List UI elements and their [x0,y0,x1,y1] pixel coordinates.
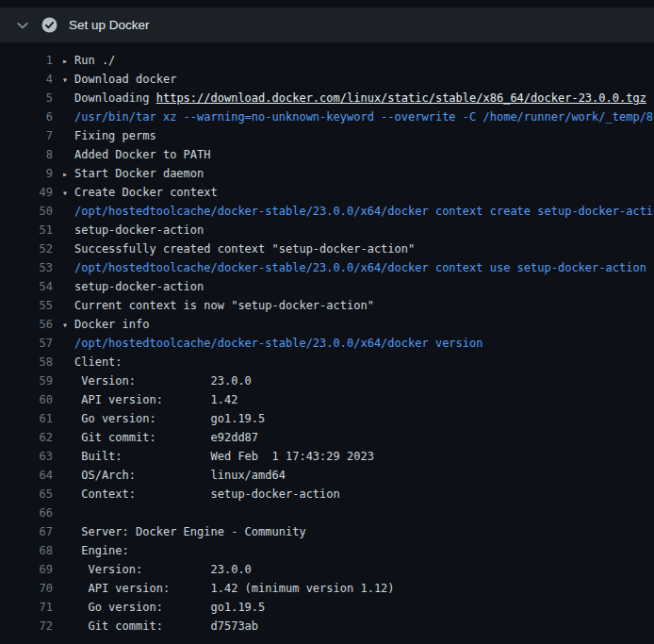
line-number[interactable]: 53 [8,258,53,277]
line-content: Git commit: e92dd87 [62,428,654,447]
line-number[interactable]: 62 [8,428,53,447]
line-number[interactable]: 72 [8,617,53,636]
log-line: 51setup-docker-action [8,221,654,239]
log-line: 66 [8,504,654,522]
log-line: 60 API version: 1.42 [8,390,654,409]
log-line: 70 API version: 1.42 (minimum version 1.… [8,579,654,598]
line-content [62,504,654,522]
line-content: Built: Wed Feb 1 17:43:29 2023 [62,447,654,466]
line-content: API version: 1.42 (minimum version 1.12) [62,579,654,598]
log-line: 7Fixing perms [8,126,654,145]
log-text: Fixing perms [74,129,156,142]
log-line: 58Client: [8,353,654,372]
log-text: Start Docker daemon [74,167,204,180]
line-number[interactable]: 50 [8,202,53,221]
line-number[interactable]: 66 [8,504,53,522]
line-content: /opt/hostedtoolcache/docker-stable/23.0.… [62,334,654,353]
log-group-line[interactable]: 4▾Download docker [8,70,654,89]
log-url-link[interactable]: https://download.docker.com/linux/static… [156,91,646,105]
line-number[interactable]: 60 [8,390,53,409]
log-text: Context: setup-docker-action [74,487,340,501]
line-number[interactable]: 58 [8,353,53,372]
line-content: Engine: [62,541,654,560]
log-text: Git commit: d7573ab [74,619,258,633]
log-line: 5Downloading https://download.docker.com… [8,89,654,107]
line-content: Server: Docker Engine - Community [62,522,654,541]
log-text: Run ./ [74,54,115,67]
line-number[interactable]: 49 [8,183,53,202]
step-title: Set up Docker [69,18,150,32]
log-line: 52Successfully created context "setup-do… [8,239,654,258]
group-chevron-expanded-icon[interactable]: ▾ [62,184,74,202]
line-content: Version: 23.0.0 [62,372,654,390]
line-number[interactable]: 54 [8,277,53,296]
log-line: 6/usr/bin/tar xz --warning=no-unknown-ke… [8,107,654,126]
line-content: Client: [62,353,654,372]
log-text: Version: 23.0.0 [74,563,252,576]
line-number[interactable]: 70 [8,579,53,598]
line-number[interactable]: 8 [8,145,53,164]
log-line: 67 Server: Docker Engine - Community [8,522,654,541]
line-number[interactable]: 65 [8,485,53,504]
line-number[interactable]: 51 [8,221,53,239]
line-number[interactable]: 67 [8,522,53,541]
chevron-down-icon[interactable] [15,18,30,33]
log-text: Current context is now "setup-docker-act… [74,299,374,312]
line-number[interactable]: 5 [8,89,53,107]
log-line: 69 Version: 23.0.0 [8,560,654,579]
log-text: Engine: [74,544,129,557]
line-number[interactable]: 56 [8,315,53,334]
log-container: 1▸Run ./4▾Download docker5Downloading ht… [0,42,654,641]
log-text: Downloading [74,91,156,105]
log-line: 72 Git commit: d7573ab [8,617,654,636]
log-group-line[interactable]: 1▸Run ./ [8,51,654,70]
line-number[interactable]: 64 [8,466,53,485]
log-line: 59 Version: 23.0.0 [8,372,654,390]
log-line: 57/opt/hostedtoolcache/docker-stable/23.… [8,334,654,353]
log-line: 50/opt/hostedtoolcache/docker-stable/23.… [8,202,654,221]
line-number[interactable]: 71 [8,598,53,617]
line-number[interactable]: 9 [8,164,53,183]
line-content: Current context is now "setup-docker-act… [62,296,654,315]
log-text: Built: Wed Feb 1 17:43:29 2023 [74,450,374,463]
log-group-line[interactable]: 49▾Create Docker context [8,183,654,202]
log-text: Go version: go1.19.5 [74,601,265,614]
line-number[interactable]: 1 [8,51,53,70]
line-number[interactable]: 68 [8,541,53,560]
group-chevron-expanded-icon[interactable]: ▾ [62,316,74,334]
line-number[interactable]: 55 [8,296,53,315]
line-content: setup-docker-action [62,221,654,239]
line-content: Downloading https://download.docker.com/… [62,89,654,107]
line-number[interactable]: 6 [8,107,53,126]
line-number[interactable]: 7 [8,126,53,145]
line-content: API version: 1.42 [62,390,654,409]
log-line: 55Current context is now "setup-docker-a… [8,296,654,315]
log-group-line[interactable]: 9▸Start Docker daemon [8,164,654,183]
command-text: /usr/bin/tar xz --warning=no-unknown-key… [74,110,654,124]
group-chevron-collapsed-icon[interactable]: ▸ [62,52,74,70]
line-number[interactable]: 61 [8,409,53,428]
line-content: Fixing perms [62,126,654,145]
line-number[interactable]: 63 [8,447,53,466]
line-number[interactable]: 69 [8,560,53,579]
log-line: 64 OS/Arch: linux/amd64 [8,466,654,485]
log-text: Server: Docker Engine - Community [74,525,306,538]
log-text: Version: 23.0.0 [74,374,252,388]
line-number[interactable]: 52 [8,239,53,258]
line-number[interactable]: 4 [8,70,53,89]
line-number[interactable]: 59 [8,372,53,390]
log-text: API version: 1.42 (minimum version 1.12) [74,582,395,595]
command-text: /opt/hostedtoolcache/docker-stable/23.0.… [74,205,654,218]
check-circle-icon [41,17,57,33]
log-line: 65 Context: setup-docker-action [8,485,654,504]
log-group-line[interactable]: 56▾Docker info [8,315,654,334]
command-text: /opt/hostedtoolcache/docker-stable/23.0.… [74,261,646,274]
step-header[interactable]: Set up Docker [0,8,654,42]
line-content: Git commit: d7573ab [62,617,654,636]
log-text: Download docker [74,73,176,86]
log-line: 63 Built: Wed Feb 1 17:43:29 2023 [8,447,654,466]
group-chevron-expanded-icon[interactable]: ▾ [62,71,74,89]
line-number[interactable]: 57 [8,334,53,353]
group-chevron-collapsed-icon[interactable]: ▸ [62,165,74,183]
line-content: ▸Start Docker daemon [62,164,654,183]
